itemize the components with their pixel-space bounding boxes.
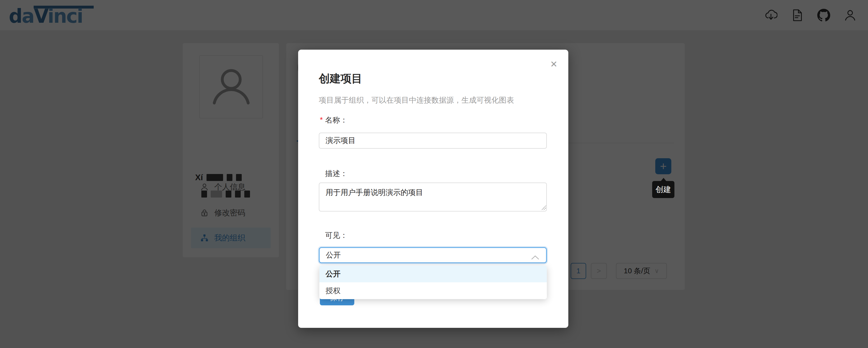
visibility-field-label: 可见： (319, 230, 347, 241)
name-field-label: * 名称： (319, 115, 347, 126)
visibility-dropdown: 公开 授权 (319, 266, 547, 299)
visibility-select-value: 公开 (326, 250, 341, 260)
tooltip-label: 创建 (655, 184, 671, 195)
dropdown-option-authorized[interactable]: 授权 (319, 282, 547, 299)
chevron-up-icon (531, 253, 539, 258)
modal-subtitle: 项目属于组织，可以在项目中连接数据源，生成可视化图表 (319, 95, 514, 105)
create-project-modal: ✕ 创建项目 项目属于组织，可以在项目中连接数据源，生成可视化图表 * 名称： … (298, 49, 568, 328)
description-field-label: 描述： (319, 169, 347, 179)
required-mark: * (320, 115, 323, 124)
modal-title: 创建项目 (319, 71, 362, 86)
close-icon[interactable]: ✕ (547, 58, 561, 71)
project-name-input[interactable] (319, 133, 547, 149)
create-tooltip: 创建 (652, 181, 675, 198)
visibility-select[interactable]: 公开 (319, 247, 547, 263)
dropdown-option-public[interactable]: 公开 (319, 266, 547, 282)
project-description-textarea[interactable]: 用于用户手册说明演示的项目 (319, 182, 547, 211)
